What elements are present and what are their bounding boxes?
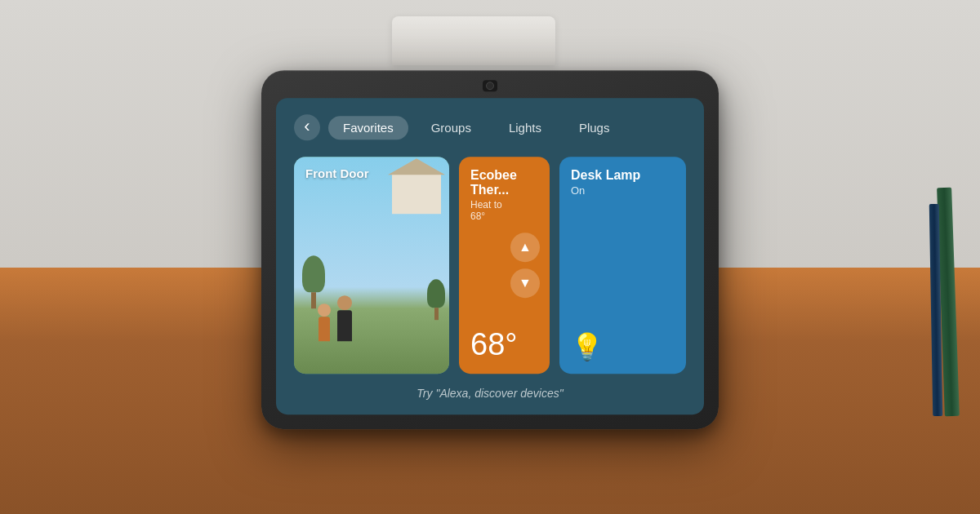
frontdoor-label: Front Door	[305, 166, 368, 180]
tab-plugs[interactable]: Plugs	[564, 116, 625, 140]
person-2	[337, 295, 352, 341]
screen: Favorites Groups Lights Plugs	[276, 98, 704, 414]
thermostat-title: Ecobee Ther...	[470, 168, 538, 197]
tab-favorites[interactable]: Favorites	[328, 116, 408, 140]
current-temp: 68°	[470, 321, 538, 362]
temp-controls: ▲ ▼	[510, 233, 540, 298]
camera	[483, 80, 497, 91]
tree-right	[427, 279, 445, 320]
lamp-status: On	[571, 184, 675, 197]
card-frontdoor[interactable]: Front Door	[294, 157, 449, 374]
person-1	[318, 304, 331, 341]
house	[392, 173, 441, 214]
tab-groups[interactable]: Groups	[416, 116, 486, 140]
temp-up-button[interactable]: ▲	[510, 233, 540, 262]
cards-area: Front Door Ecobee Ther... Heat to 68° ▲	[294, 157, 686, 374]
wall-decoration	[392, 16, 555, 65]
thermostat-subtitle: Heat to 68°	[470, 199, 538, 222]
people	[318, 295, 352, 341]
tab-lights[interactable]: Lights	[494, 116, 556, 140]
house-roof	[388, 158, 445, 175]
lamp-title: Desk Lamp	[571, 168, 675, 183]
back-button[interactable]	[294, 114, 320, 140]
hint-text: Try "Alexa, discover devices"	[294, 387, 686, 400]
card-thermostat[interactable]: Ecobee Ther... Heat to 68° ▲ ▼ 68°	[459, 157, 550, 374]
outdoor-scene	[294, 157, 449, 374]
temp-down-button[interactable]: ▼	[510, 268, 540, 298]
nav-bar: Favorites Groups Lights Plugs	[294, 114, 686, 140]
camera-lens	[486, 82, 494, 90]
device-shell: Favorites Groups Lights Plugs	[261, 70, 719, 429]
card-lamp[interactable]: Desk Lamp On 💡	[559, 157, 686, 374]
echo-show-device: Favorites Groups Lights Plugs	[261, 70, 719, 429]
lightbulb-icon: 💡	[571, 331, 675, 362]
